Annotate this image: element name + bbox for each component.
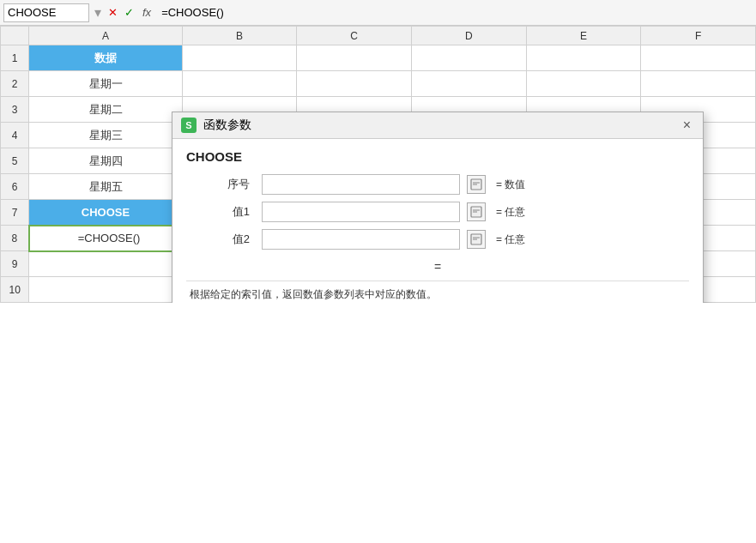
param-picker-0[interactable]	[467, 175, 486, 194]
param-label-0: 序号	[186, 177, 255, 192]
row-header-10: 10	[1, 277, 29, 303]
cell-a5[interactable]: 星期四	[29, 148, 182, 174]
table-row: 1数据	[1, 45, 756, 71]
formula-bar: ▾ ✕ ✓ fx	[0, 0, 756, 26]
param-result-1: = 任意	[491, 205, 689, 220]
col-header-f[interactable]: F	[641, 27, 756, 45]
spreadsheet: A B C D E F 1数据2星期一3星期二4星期三5星期四6星期五7CHOO…	[0, 26, 756, 303]
param-result-0: = 数值	[491, 178, 689, 192]
dialog-func-name: CHOOSE	[186, 149, 689, 164]
dialog-title-text: 函数参数	[203, 118, 673, 133]
row-header-1: 1	[1, 45, 29, 71]
param-label-2: 值2	[186, 232, 255, 247]
col-header-e[interactable]: E	[526, 27, 641, 45]
cell-b1[interactable]	[182, 45, 297, 71]
row-header-4: 4	[1, 123, 29, 148]
cell-e1[interactable]	[526, 45, 641, 71]
dialog-params-grid: 序号 = 数值 值1	[186, 174, 689, 250]
equal-row: =	[186, 260, 689, 274]
row-header-7: 7	[1, 200, 29, 226]
row-header-8: 8	[1, 226, 29, 251]
formula-input[interactable]	[158, 3, 753, 22]
divider	[186, 281, 689, 281]
cell-b2[interactable]	[182, 71, 297, 97]
param-input-1[interactable]	[262, 202, 460, 222]
row-header-5: 5	[1, 148, 29, 174]
corner-header	[1, 27, 29, 45]
cell-a1[interactable]: 数据	[29, 45, 182, 71]
col-header-a[interactable]: A	[29, 27, 182, 45]
cell-a9[interactable]	[29, 251, 182, 277]
cancel-formula-icon[interactable]: ✕	[106, 6, 119, 19]
cell-a3[interactable]: 星期二	[29, 97, 182, 123]
row-header-2: 2	[1, 71, 29, 97]
cell-a6[interactable]: 星期五	[29, 174, 182, 200]
cell-e2[interactable]	[526, 71, 641, 97]
cell-a8[interactable]: =CHOOSE()	[29, 226, 182, 251]
cell-c2[interactable]	[297, 71, 412, 97]
cell-d2[interactable]	[411, 71, 526, 97]
cell-f1[interactable]	[641, 45, 756, 71]
function-params-dialog[interactable]: S 函数参数 × CHOOSE 序号 = 数值	[172, 112, 704, 303]
col-header-b[interactable]: B	[182, 27, 297, 45]
cell-d1[interactable]	[411, 45, 526, 71]
confirm-formula-icon[interactable]: ✓	[123, 6, 136, 19]
dialog-close-button[interactable]: ×	[680, 118, 694, 133]
cell-a7[interactable]: CHOOSE	[29, 200, 182, 226]
dialog-desc-line1: 根据给定的索引值，返回数值参数列表中对应的数值。	[186, 287, 689, 303]
formula-bar-separator: ▾	[94, 4, 101, 21]
cell-a2[interactable]: 星期一	[29, 71, 182, 97]
param-input-2[interactable]	[262, 229, 460, 250]
cell-c1[interactable]	[297, 45, 412, 71]
param-picker-1[interactable]	[467, 202, 486, 221]
row-header-6: 6	[1, 174, 29, 200]
dialog-body: CHOOSE 序号 = 数值 值1	[172, 139, 703, 303]
row-header-3: 3	[1, 97, 29, 123]
cell-a4[interactable]: 星期三	[29, 123, 182, 148]
param-picker-2[interactable]	[467, 230, 486, 249]
row-header-9: 9	[1, 251, 29, 277]
table-row: 2星期一	[1, 71, 756, 97]
param-input-0[interactable]	[262, 174, 460, 195]
cell-f2[interactable]	[641, 71, 756, 97]
dialog-titlebar: S 函数参数 ×	[172, 112, 703, 139]
fx-label: fx	[142, 6, 151, 19]
col-header-c[interactable]: C	[297, 27, 412, 45]
param-label-1: 值1	[186, 204, 255, 220]
cell-a10[interactable]	[29, 277, 182, 303]
name-box[interactable]	[3, 3, 89, 22]
col-header-d[interactable]: D	[411, 27, 526, 45]
param-result-2: = 任意	[491, 232, 689, 247]
dialog-title-icon: S	[181, 118, 197, 133]
